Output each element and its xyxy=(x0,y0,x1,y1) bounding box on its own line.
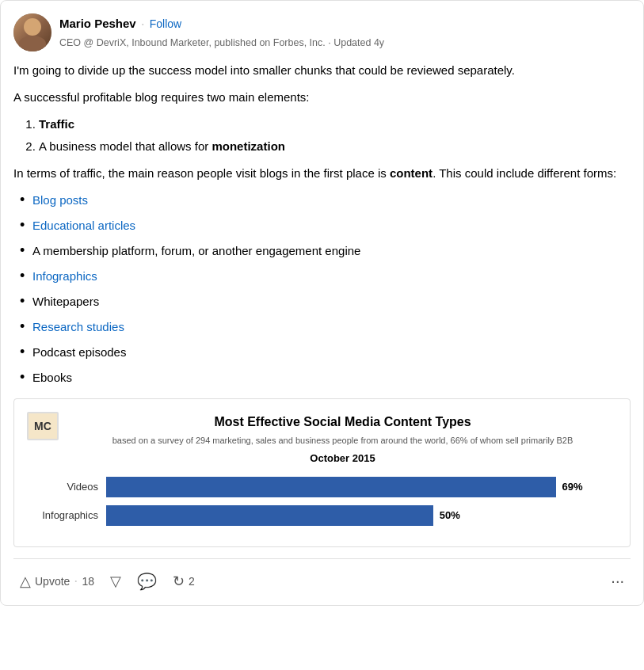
avatar-image xyxy=(13,13,51,51)
list-item: A business model that allows for monetiz… xyxy=(39,137,631,156)
upvote-label: Upvote xyxy=(35,575,70,588)
action-separator: · xyxy=(74,573,78,589)
comment-icon: 💬 xyxy=(137,572,157,591)
bar-value-infographics: 50% xyxy=(440,508,460,524)
mc-logo: MC xyxy=(27,412,59,440)
bar-row-videos: Videos 69% xyxy=(27,477,617,497)
list-item: Ebooks xyxy=(13,368,631,387)
blog-posts-link[interactable]: Blog posts xyxy=(32,191,88,210)
author-section: Mario Peshev · Follow CEO @ DevriX, Inbo… xyxy=(13,13,631,51)
bar-track-infographics: 50% xyxy=(106,505,617,526)
list-item: Podcast episodes xyxy=(13,343,631,362)
intro-paragraph-2: A successful profitable blog requires tw… xyxy=(13,88,631,107)
ebooks-text: Ebooks xyxy=(32,368,72,387)
chart-header: MC Most Effective Social Media Content T… xyxy=(27,412,617,467)
downvote-icon: ▽ xyxy=(110,573,121,590)
podcast-text: Podcast episodes xyxy=(32,343,126,362)
list-item: Blog posts xyxy=(13,191,631,210)
bar-fill-infographics xyxy=(106,505,433,526)
list-item: Traffic xyxy=(39,115,631,134)
intro-paragraph-1: I'm going to divide up the success model… xyxy=(13,61,631,80)
bar-value-videos: 69% xyxy=(562,479,583,496)
bar-row-infographics: Infographics 50% xyxy=(27,505,617,526)
repost-count: 2 xyxy=(189,575,195,588)
repost-icon: ↻ xyxy=(173,573,185,590)
list-item: Whitepapers xyxy=(13,292,631,311)
bar-track-videos: 69% xyxy=(106,477,617,497)
downvote-button[interactable]: ▽ xyxy=(104,568,128,595)
numbered-list: Traffic A business model that allows for… xyxy=(39,115,631,156)
membership-text: A membership platform, forum, or another… xyxy=(32,242,360,261)
educational-articles-link[interactable]: Educational articles xyxy=(32,216,135,235)
upvote-icon: △ xyxy=(20,573,31,590)
comment-button[interactable]: 💬 xyxy=(131,567,163,596)
post-container: Mario Peshev · Follow CEO @ DevriX, Inbo… xyxy=(0,0,644,606)
author-name-row: Mario Peshev · Follow xyxy=(59,13,631,35)
content-bold: content xyxy=(390,166,433,180)
chart-subtitle: based on a survey of 294 marketing, sale… xyxy=(68,434,617,448)
author-info: Mario Peshev · Follow CEO @ DevriX, Inbo… xyxy=(59,13,631,51)
more-options-button[interactable]: ··· xyxy=(604,569,631,593)
chart-main-title: Most Effective Social Media Content Type… xyxy=(68,412,617,432)
bar-fill-videos xyxy=(106,477,556,497)
author-subtitle: CEO @ DevriX, Inbound Marketer, publishe… xyxy=(59,36,631,51)
upvote-button[interactable]: △ Upvote · 18 xyxy=(13,568,101,595)
bar-label-videos: Videos xyxy=(27,479,98,496)
upvote-count: 18 xyxy=(82,575,94,588)
separator: · xyxy=(141,13,145,35)
chart-title-block: Most Effective Social Media Content Type… xyxy=(68,412,617,467)
bottom-actions: △ Upvote · 18 ▽ 💬 ↻ 2 ··· xyxy=(13,558,631,605)
monetization-bold: monetization xyxy=(211,139,285,153)
traffic-paragraph: In terms of traffic, the main reason peo… xyxy=(13,164,631,183)
bar-label-infographics: Infographics xyxy=(27,508,98,524)
chart-bars: Videos 69% Infographics 50% xyxy=(27,477,617,526)
bullet-list: Blog posts Educational articles A member… xyxy=(13,191,631,387)
list-item: A membership platform, forum, or another… xyxy=(13,242,631,261)
traffic-bold: Traffic xyxy=(39,117,74,131)
repost-button[interactable]: ↻ 2 xyxy=(166,568,201,595)
infographics-link[interactable]: Infographics xyxy=(32,267,97,286)
chart-period: October 2015 xyxy=(68,451,617,467)
follow-button[interactable]: Follow xyxy=(150,16,181,32)
list-item: Educational articles xyxy=(13,216,631,235)
avatar xyxy=(13,13,51,51)
chart-container: MC Most Effective Social Media Content T… xyxy=(13,398,631,547)
list-item: Research studies xyxy=(13,318,631,337)
author-name: Mario Peshev xyxy=(59,15,136,33)
list-item: Infographics xyxy=(13,267,631,286)
post-body: I'm going to divide up the success model… xyxy=(13,61,631,547)
research-studies-link[interactable]: Research studies xyxy=(32,318,124,337)
whitepapers-text: Whitepapers xyxy=(32,292,99,311)
